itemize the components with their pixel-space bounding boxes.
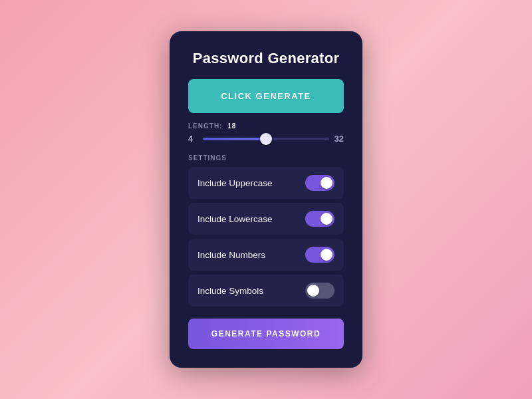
slider-max-label: 32 xyxy=(334,134,344,144)
toggle-track-lowercase xyxy=(305,211,334,227)
length-slider-row: 4 32 xyxy=(188,134,344,144)
toggle-lowercase[interactable] xyxy=(305,211,334,227)
toggle-track-symbols xyxy=(305,283,334,299)
toggle-thumb-numbers xyxy=(321,249,332,261)
setting-label-symbols: Include Symbols xyxy=(198,286,263,296)
toggle-track-uppercase xyxy=(305,175,334,191)
generate-password-button[interactable]: GENERATE PASSWORD xyxy=(188,319,344,349)
length-value: 18 xyxy=(227,122,236,130)
settings-list: Include Uppercase Include Lowercase Incl… xyxy=(188,167,344,307)
length-label: LENGTH: 18 xyxy=(188,122,344,130)
toggle-symbols[interactable] xyxy=(305,283,334,299)
click-generate-button[interactable]: CLICK GENERATE xyxy=(188,79,344,113)
setting-row-uppercase: Include Uppercase xyxy=(188,167,344,199)
settings-label: SETTINGS xyxy=(188,154,344,162)
password-generator-card: Password Generator CLICK GENERATE LENGTH… xyxy=(170,31,362,368)
setting-label-uppercase: Include Uppercase xyxy=(198,178,273,188)
setting-label-lowercase: Include Lowercase xyxy=(198,214,273,224)
toggle-uppercase[interactable] xyxy=(305,175,334,191)
setting-label-numbers: Include Numbers xyxy=(198,250,265,260)
slider-min-label: 4 xyxy=(188,134,198,144)
toggle-numbers[interactable] xyxy=(305,247,334,263)
toggle-track-numbers xyxy=(305,247,334,263)
toggle-thumb-symbols xyxy=(307,285,319,297)
card-title: Password Generator xyxy=(188,50,344,67)
toggle-thumb-uppercase xyxy=(321,177,332,189)
setting-row-numbers: Include Numbers xyxy=(188,239,344,271)
setting-row-lowercase: Include Lowercase xyxy=(188,203,344,235)
toggle-thumb-lowercase xyxy=(321,213,332,225)
length-slider[interactable] xyxy=(203,138,329,140)
setting-row-symbols: Include Symbols xyxy=(188,275,344,307)
